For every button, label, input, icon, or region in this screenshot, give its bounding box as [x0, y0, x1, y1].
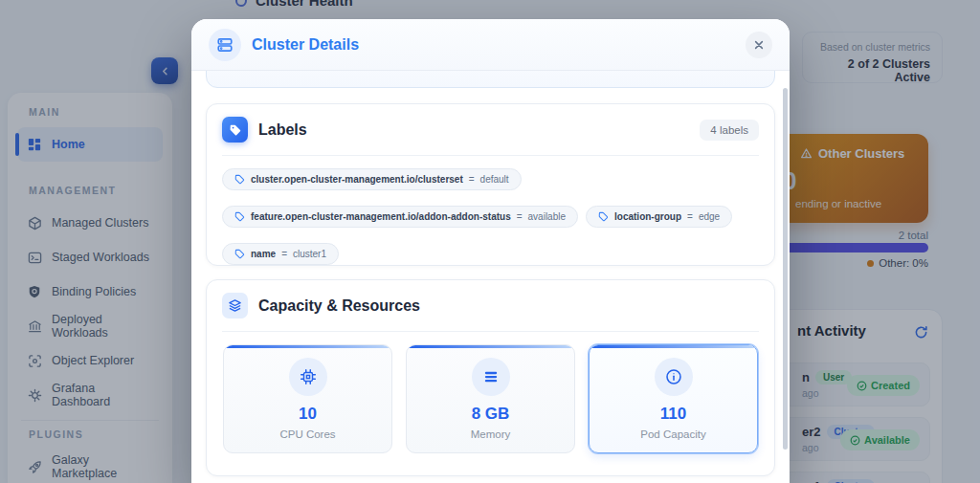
close-button[interactable] — [746, 32, 772, 58]
label-chip[interactable]: cluster.open-cluster-management.io/clust… — [222, 168, 522, 190]
cpu-icon — [289, 358, 327, 396]
labels-tag-icon — [222, 117, 248, 143]
label-chip[interactable]: location-group = edge — [586, 206, 732, 228]
labels-card: Labels 4 labels cluster.open-cluster-man… — [206, 103, 775, 266]
modal-scrollbar[interactable] — [783, 88, 788, 450]
close-icon — [753, 39, 765, 51]
tag-icon — [598, 211, 609, 222]
capacity-title: Capacity & Resources — [258, 297, 759, 315]
capacity-stats: 10 CPU Cores 8 GB Memory 110 Pod Capacit… — [207, 332, 774, 466]
server-icon — [209, 29, 241, 61]
stat-card-pods[interactable]: 110 Pod Capacity — [589, 344, 758, 453]
stat-label: Pod Capacity — [640, 428, 705, 440]
labels-title: Labels — [258, 121, 689, 139]
label-chip[interactable]: feature.open-cluster-management.io/addon… — [222, 206, 578, 228]
stat-card-memory[interactable]: 8 GB Memory — [406, 344, 575, 453]
memory-icon — [472, 358, 510, 396]
stat-value: 8 GB — [472, 405, 510, 424]
previous-section-card-edge — [206, 71, 775, 88]
label-chips: cluster.open-cluster-management.io/clust… — [207, 156, 774, 277]
tag-icon — [234, 174, 245, 185]
label-chip[interactable]: name = cluster1 — [222, 243, 339, 265]
modal-header: Cluster Details — [191, 19, 790, 71]
stat-card-cpu[interactable]: 10 CPU Cores — [223, 344, 392, 453]
cluster-details-modal: Cluster Details Labels 4 labels cluster.… — [191, 19, 790, 483]
modal-title: Cluster Details — [252, 36, 735, 54]
tag-icon — [234, 211, 245, 222]
tag-icon — [234, 249, 245, 259]
modal-body: Labels 4 labels cluster.open-cluster-man… — [191, 71, 790, 483]
capacity-card: Capacity & Resources 10 CPU Cores 8 GB M… — [206, 279, 775, 476]
stat-value: 110 — [660, 405, 686, 424]
stat-value: 10 — [299, 405, 317, 424]
stat-label: CPU Cores — [279, 428, 335, 440]
info-icon — [655, 358, 693, 396]
stat-label: Memory — [471, 428, 511, 440]
layers-icon — [222, 293, 248, 318]
labels-count-badge: 4 labels — [700, 120, 759, 141]
